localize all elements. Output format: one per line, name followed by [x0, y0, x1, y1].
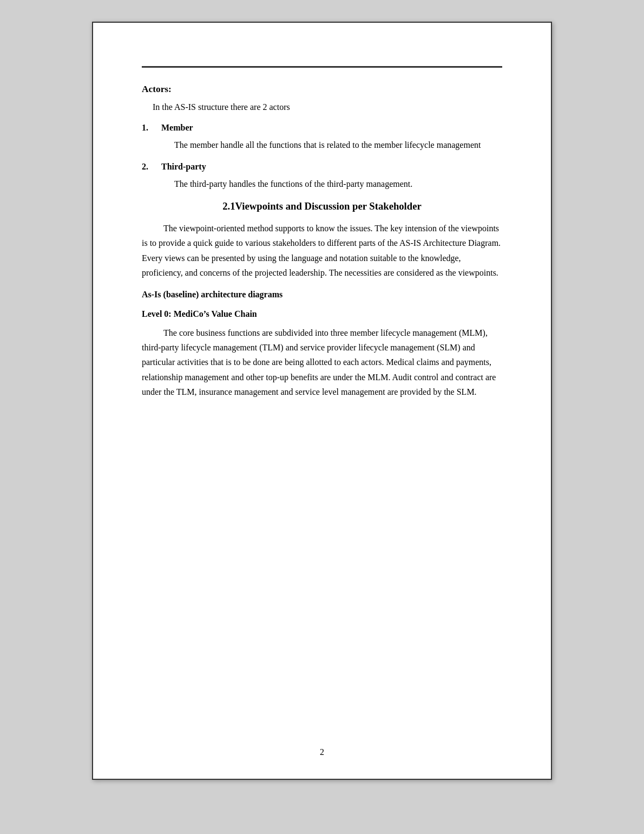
actors-label: Actors: [142, 84, 502, 95]
as-is-section: As-Is (baseline) architecture diagrams [142, 290, 502, 299]
page-number: 2 [320, 747, 324, 757]
member-description: The member handle all the functions that… [174, 138, 502, 152]
third-party-heading: Third-party [161, 162, 206, 172]
member-item: 1. Member The member handle all the func… [142, 123, 502, 152]
member-number: 1. [142, 123, 153, 133]
member-heading: Member [161, 123, 193, 133]
section-21: 2.1Viewpoints and Discussion per Stakeho… [142, 200, 502, 280]
third-party-title: 2. Third-party [142, 162, 502, 172]
member-title: 1. Member [142, 123, 502, 133]
actors-section: Actors: In the AS-IS structure there are… [142, 84, 502, 191]
third-party-item: 2. Third-party The third-party handles t… [142, 162, 502, 191]
third-party-number: 2. [142, 162, 153, 172]
level0-section: Level 0: MediCo’s Value Chain The core b… [142, 309, 502, 399]
third-party-description: The third-party handles the functions of… [174, 177, 502, 191]
section-21-heading: 2.1Viewpoints and Discussion per Stakeho… [142, 200, 502, 212]
level0-body-text: The core business functions are subdivid… [142, 328, 496, 396]
level0-body: The core business functions are subdivid… [142, 325, 502, 399]
level0-heading: Level 0: MediCo’s Value Chain [142, 309, 502, 319]
as-is-heading: As-Is (baseline) architecture diagrams [142, 290, 502, 299]
actors-intro: In the AS-IS structure there are 2 actor… [153, 102, 502, 112]
section-21-body: The viewpoint-oriented method supports t… [142, 221, 502, 280]
document-page: Actors: In the AS-IS structure there are… [92, 22, 552, 780]
